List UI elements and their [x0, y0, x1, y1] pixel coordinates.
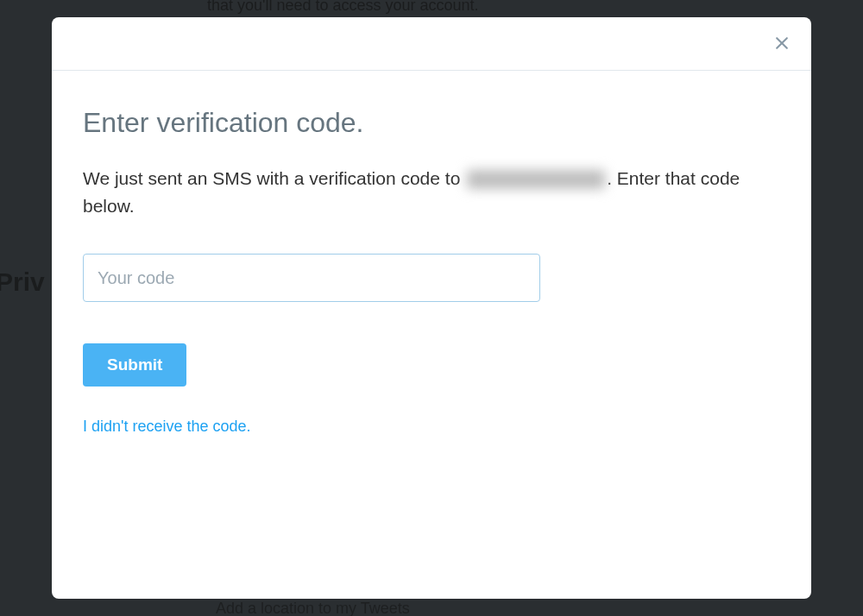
redacted-phone-number [467, 170, 605, 189]
close-button[interactable] [768, 29, 796, 57]
background-text-left: Priv [0, 267, 45, 297]
modal-body: Enter verification code. We just sent an… [52, 71, 811, 453]
modal-description: We just sent an SMS with a verification … [83, 165, 780, 219]
resend-code-link[interactable]: I didn't receive the code. [83, 418, 251, 435]
modal-title: Enter verification code. [83, 107, 780, 139]
description-text-1: We just sent an SMS with a verification … [83, 168, 465, 188]
close-icon [773, 35, 791, 52]
background-text-top: that you'll need to access your account. [207, 0, 479, 15]
background-text-bottom: Add a location to my Tweets [216, 600, 410, 616]
submit-button[interactable]: Submit [83, 343, 186, 387]
verification-code-input[interactable] [83, 254, 540, 302]
modal-header [52, 17, 811, 71]
verification-modal: Enter verification code. We just sent an… [52, 17, 811, 599]
